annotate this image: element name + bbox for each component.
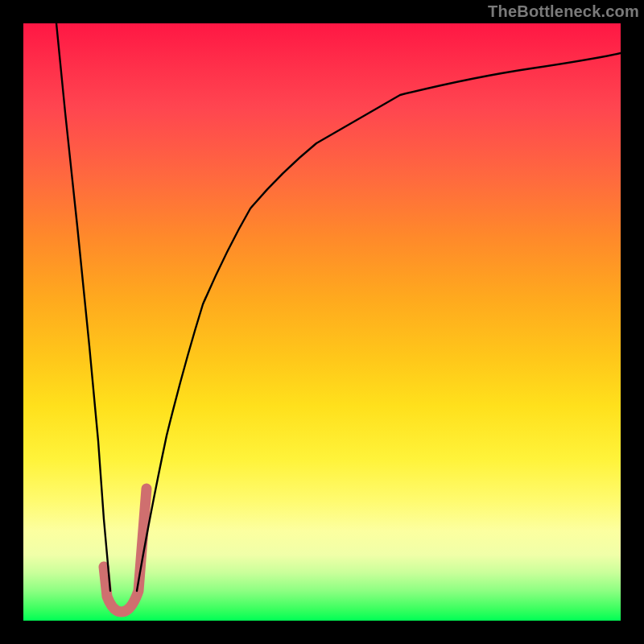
series-right-rising-curve <box>137 53 621 591</box>
series-j-marker <box>104 489 147 612</box>
plot-area <box>23 23 621 621</box>
chart-svg <box>23 23 621 621</box>
chart-frame: TheBottleneck.com <box>0 0 644 644</box>
series-left-steep-drop <box>56 23 110 591</box>
watermark-text: TheBottleneck.com <box>488 2 639 21</box>
